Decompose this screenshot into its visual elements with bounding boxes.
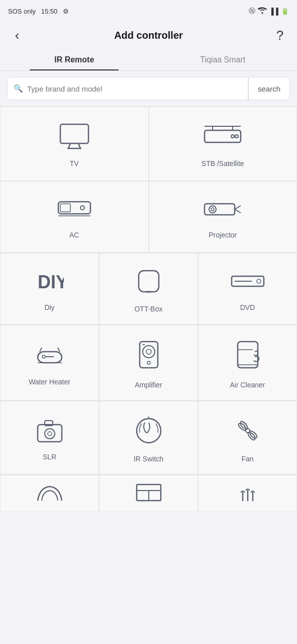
help-button[interactable]: ? — [271, 26, 289, 44]
fan-label: Fan — [241, 455, 253, 463]
svg-line-1 — [68, 143, 70, 148]
air-cleaner-icon — [233, 340, 263, 374]
status-text: SOS only 15:50 ⚙ — [8, 8, 69, 15]
svg-point-34 — [147, 361, 150, 364]
status-bar: SOS only 15:50 ⚙ Ⓝ ▐▐ 🔋 — [0, 0, 297, 22]
svg-point-32 — [143, 346, 155, 358]
slr-label: SLR — [43, 453, 56, 461]
cell-water-heater[interactable]: Water Heater — [0, 325, 99, 400]
slr-icon — [35, 418, 65, 446]
cell-ac[interactable]: AC — [0, 181, 149, 253]
diy-icon: DIY — [36, 269, 64, 296]
water-heater-label: Water Heater — [29, 378, 70, 386]
search-bar: 🔍 — [7, 77, 248, 100]
svg-point-42 — [48, 432, 52, 436]
wifi-icon — [258, 7, 267, 16]
more1-icon — [35, 482, 65, 505]
back-button[interactable]: ‹ — [8, 26, 26, 44]
signal-icon: ▐▐ — [269, 8, 278, 15]
ir-switch-icon — [134, 416, 164, 448]
fan-icon — [233, 416, 263, 448]
cell-more1[interactable] — [0, 475, 99, 512]
air-cleaner-label: Air Cleaner — [230, 381, 265, 389]
stb-icon — [203, 122, 243, 152]
tv-label: TV — [70, 159, 79, 168]
svg-point-33 — [146, 349, 151, 354]
nfc-icon: Ⓝ — [249, 7, 255, 16]
cell-amplifier[interactable]: Amplifier — [99, 325, 198, 400]
svg-point-45 — [246, 429, 250, 433]
svg-point-27 — [42, 355, 45, 358]
svg-point-15 — [209, 206, 216, 213]
dvd-icon — [230, 269, 266, 296]
svg-point-16 — [211, 208, 214, 211]
svg-line-2 — [78, 143, 80, 148]
svg-rect-11 — [60, 204, 70, 212]
ac-label: AC — [69, 231, 79, 239]
grid-bottom2 — [0, 474, 297, 512]
search-button[interactable]: search — [249, 77, 290, 100]
svg-point-5 — [231, 135, 234, 138]
svg-point-6 — [235, 135, 238, 138]
cell-fan[interactable]: Fan — [198, 401, 297, 474]
cell-stb[interactable]: STB /Satellite — [149, 107, 298, 181]
svg-line-18 — [235, 209, 241, 213]
svg-rect-0 — [60, 124, 88, 143]
more3-icon — [233, 482, 263, 505]
tab-ir-remote[interactable]: IR Remote — [0, 50, 149, 70]
cell-slr[interactable]: SLR — [0, 401, 99, 474]
svg-point-41 — [45, 429, 55, 439]
status-icons: Ⓝ ▐▐ 🔋 — [249, 7, 289, 16]
cell-tv[interactable]: TV — [0, 107, 149, 181]
projector-icon — [203, 197, 243, 224]
amplifier-icon — [135, 340, 163, 374]
grid-middle2: Water Heater Amplifier Air Cleaner — [0, 325, 297, 400]
cell-diy[interactable]: DIY Diy — [0, 253, 99, 325]
tab-tiqiaa-smart[interactable]: Tiqiaa Smart — [149, 50, 298, 70]
cell-more2[interactable] — [99, 475, 198, 512]
grid-top: TV STB /Satellite AC — [0, 106, 297, 253]
ir-switch-label: IR Switch — [134, 455, 163, 463]
header: ‹ Add controller ? — [0, 22, 297, 50]
dvd-label: DVD — [240, 303, 255, 311]
cell-air-cleaner[interactable]: Air Cleaner — [198, 325, 297, 400]
svg-point-12 — [80, 206, 84, 210]
tv-icon — [56, 122, 92, 152]
svg-text:DIY: DIY — [38, 272, 64, 292]
grid-bottom1: SLR IR Switch Fan — [0, 400, 297, 474]
cell-ir-switch[interactable]: IR Switch — [99, 401, 198, 474]
svg-rect-36 — [238, 342, 258, 368]
svg-line-17 — [235, 206, 241, 209]
cell-more3[interactable] — [198, 475, 297, 512]
diy-label: Diy — [44, 303, 54, 311]
battery-icon: 🔋 — [281, 8, 289, 15]
projector-label: Projector — [209, 231, 237, 239]
svg-line-29 — [40, 348, 42, 352]
ac-icon — [56, 197, 92, 224]
search-input[interactable] — [27, 85, 242, 93]
search-container: 🔍 search — [0, 71, 297, 106]
page-title: Add controller — [114, 30, 183, 41]
svg-point-24 — [257, 279, 261, 283]
cell-dvd[interactable]: DVD — [198, 253, 297, 325]
cell-ott[interactable]: OTT-Box — [99, 253, 198, 325]
more2-icon — [134, 482, 164, 505]
grid-middle1: DIY Diy OTT-Box DVD — [0, 253, 297, 325]
stb-label: STB /Satellite — [202, 159, 244, 168]
svg-rect-20 — [139, 271, 159, 292]
ott-icon — [135, 268, 163, 298]
tab-bar: IR Remote Tiqiaa Smart — [0, 50, 297, 71]
search-icon: 🔍 — [14, 84, 23, 93]
svg-line-30 — [58, 348, 60, 352]
water-heater-icon — [34, 343, 66, 371]
ott-label: OTT-Box — [134, 305, 162, 313]
cell-projector[interactable]: Projector — [149, 181, 298, 253]
amplifier-label: Amplifier — [135, 381, 162, 389]
